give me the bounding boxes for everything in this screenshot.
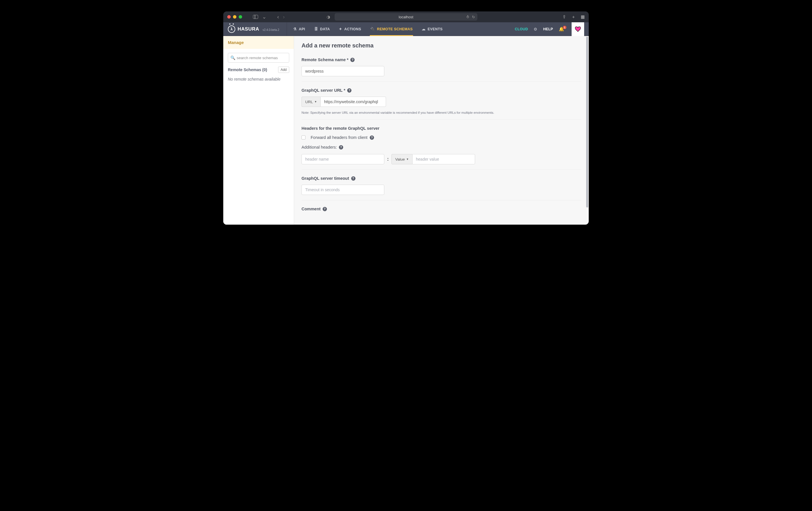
cloud-link[interactable]: CLOUD xyxy=(515,27,528,31)
sidebar-add-button[interactable]: Add xyxy=(278,66,289,73)
nav-tabs: ⚗ API 🗄 DATA ✦ ACTIONS 🔌 REMOTE SCHEMAS … xyxy=(289,22,447,36)
timeout-input[interactable] xyxy=(301,185,384,195)
additional-headers-label: Additional headers: xyxy=(301,145,337,150)
tab-data-label: DATA xyxy=(320,27,330,31)
minimize-window-button[interactable] xyxy=(233,15,236,19)
header-value-type-dropdown[interactable]: Value ▼ xyxy=(392,154,412,164)
schema-name-input[interactable] xyxy=(301,66,384,76)
tab-actions-label: ACTIONS xyxy=(344,27,361,31)
remote-schemas-heading: Remote Schemas (0) xyxy=(228,68,267,72)
new-tab-icon[interactable]: ＋ xyxy=(571,14,576,20)
heart-icon xyxy=(575,26,581,32)
sidebar-manage-header[interactable]: Manage xyxy=(223,36,294,49)
maximize-window-button[interactable] xyxy=(239,15,242,19)
tab-api-label: API xyxy=(299,27,305,31)
server-url-note: Note: Specifying the server URL via an e… xyxy=(301,111,581,114)
app-body: Manage 🔍 Remote Schemas (0) Add No remot… xyxy=(223,36,589,225)
tab-actions[interactable]: ✦ ACTIONS xyxy=(334,22,366,36)
help-icon[interactable]: ? xyxy=(370,135,374,140)
brand-version: v2.4.0-beta.2 xyxy=(263,28,279,31)
header-name-input[interactable] xyxy=(301,154,384,164)
server-url-label: GraphQL server URL * xyxy=(301,88,345,92)
help-icon[interactable]: ? xyxy=(347,88,351,92)
privacy-shield-icon[interactable]: ◑ xyxy=(327,15,330,19)
tab-events[interactable]: ☁ EVENTS xyxy=(417,22,447,36)
titlebar: ⌄ ‹ › ◑ localhost ⥁ ↻ ⇧ ＋ ▦ xyxy=(223,11,589,22)
help-icon[interactable]: ? xyxy=(323,207,327,211)
window-controls xyxy=(227,15,242,19)
search-icon: 🔍 xyxy=(230,55,235,60)
cloud-icon: ☁ xyxy=(422,27,426,31)
nav-back-button[interactable]: ‹ xyxy=(277,14,279,20)
schema-name-label: Remote Schema name * xyxy=(301,57,348,62)
url-bar[interactable]: ◑ localhost ⥁ ↻ xyxy=(335,13,477,21)
close-window-button[interactable] xyxy=(227,15,231,19)
chevron-down-icon: ▼ xyxy=(314,100,317,103)
sidebar-toggle-icon[interactable] xyxy=(253,15,258,19)
tab-api[interactable]: ⚗ API xyxy=(289,22,310,36)
tab-events-label: EVENTS xyxy=(428,27,442,31)
remote-schemas-empty-text: No remote schemas available xyxy=(228,77,289,81)
flask-icon: ⚗ xyxy=(293,27,297,31)
forward-headers-checkbox[interactable] xyxy=(301,135,306,139)
notifications-bell-icon[interactable]: 🔔 1 xyxy=(559,27,564,32)
forward-headers-label: Forward all headers from client xyxy=(311,135,368,140)
love-button[interactable] xyxy=(572,22,584,36)
plug-icon: 🔌 xyxy=(370,27,375,31)
app-topnav: λ HASURA v2.4.0-beta.2 ⚗ API 🗄 DATA ✦ AC… xyxy=(223,22,589,36)
chevron-down-icon: ▼ xyxy=(406,158,409,161)
notification-badge: 1 xyxy=(563,26,567,29)
browser-window: ⌄ ‹ › ◑ localhost ⥁ ↻ ⇧ ＋ ▦ λ HASURA xyxy=(223,11,589,225)
help-link[interactable]: HELP xyxy=(543,27,553,31)
sidebar: Manage 🔍 Remote Schemas (0) Add No remot… xyxy=(223,36,294,225)
tab-remote-schemas[interactable]: 🔌 REMOTE SCHEMAS xyxy=(366,22,417,36)
nav-forward-button[interactable]: › xyxy=(283,14,285,20)
help-icon[interactable]: ? xyxy=(350,58,355,62)
header-value-type-label: Value xyxy=(395,157,405,161)
header-value-input[interactable] xyxy=(412,154,475,164)
database-icon: 🗄 xyxy=(314,27,318,31)
help-icon[interactable]: ? xyxy=(339,145,343,150)
tab-dropdown-icon[interactable]: ⌄ xyxy=(262,14,266,20)
page-title: Add a new remote schema xyxy=(301,42,581,49)
actions-icon: ✦ xyxy=(339,27,342,31)
url-type-dropdown[interactable]: URL ▼ xyxy=(301,97,320,107)
url-text: localhost xyxy=(399,15,413,19)
translate-icon[interactable]: ⥁ xyxy=(466,15,469,19)
headers-section-label: Headers for the remote GraphQL server xyxy=(301,126,581,131)
tab-remote-label: REMOTE SCHEMAS xyxy=(377,27,412,31)
search-input[interactable] xyxy=(228,53,289,62)
settings-gear-icon[interactable]: ⚙ xyxy=(533,27,537,31)
comment-label: Comment xyxy=(301,207,321,211)
hasura-logo-icon: λ xyxy=(228,25,235,33)
tab-data[interactable]: 🗄 DATA xyxy=(310,22,335,36)
url-type-label: URL xyxy=(305,100,313,104)
sidebar-search: 🔍 xyxy=(228,53,289,62)
colon-separator: : xyxy=(387,157,388,162)
help-icon[interactable]: ? xyxy=(351,176,355,181)
tab-overview-icon[interactable]: ▦ xyxy=(581,14,585,20)
timeout-label: GraphQL server timeout xyxy=(301,176,349,181)
share-icon[interactable]: ⇧ xyxy=(562,14,566,20)
main-content: Add a new remote schema Remote Schema na… xyxy=(294,36,589,225)
server-url-input[interactable] xyxy=(320,97,386,107)
brand[interactable]: λ HASURA v2.4.0-beta.2 xyxy=(228,25,285,33)
reload-icon[interactable]: ↻ xyxy=(472,15,475,19)
brand-name: HASURA xyxy=(237,26,259,32)
